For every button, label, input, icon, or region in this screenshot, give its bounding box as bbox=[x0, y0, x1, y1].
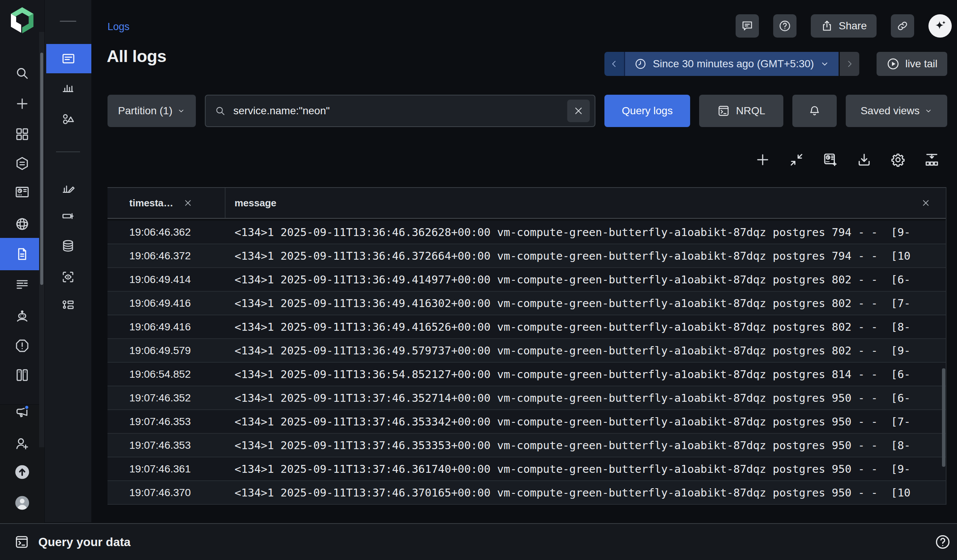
log-row[interactable]: 19:06:49.416<134>1 2025-09-11T13:36:49.4… bbox=[107, 292, 946, 315]
partition-dropdown[interactable]: Partition (1) bbox=[107, 95, 196, 127]
group-columns-icon[interactable] bbox=[924, 152, 940, 168]
log-message: <134>1 2025-09-11T13:37:46.370165+00:00 … bbox=[226, 486, 946, 499]
collapse-icon[interactable] bbox=[789, 152, 804, 168]
close-icon bbox=[573, 105, 584, 117]
log-row[interactable]: 19:06:49.414<134>1 2025-09-11T13:36:49.4… bbox=[107, 268, 946, 292]
timeline-slider-icon[interactable] bbox=[61, 209, 75, 223]
log-row[interactable]: 19:06:49.579<134>1 2025-09-11T13:36:49.5… bbox=[107, 339, 946, 363]
chevron-down-icon bbox=[924, 107, 933, 115]
download-icon[interactable] bbox=[856, 152, 872, 168]
sidebar-collapse-handle[interactable] bbox=[60, 21, 76, 22]
live-tail-button[interactable]: live tail bbox=[876, 52, 947, 76]
alert-bell-button[interactable] bbox=[792, 95, 837, 127]
entities-hexagon-icon[interactable] bbox=[15, 156, 30, 171]
time-picker-row: Since 30 minutes ago (GMT+5:30) live tai… bbox=[605, 52, 947, 76]
traces-lines-icon[interactable] bbox=[15, 277, 30, 292]
remove-message-column-button[interactable] bbox=[921, 198, 931, 208]
log-search-box bbox=[205, 95, 595, 127]
assistant-robot-icon[interactable] bbox=[15, 308, 30, 323]
add-column-icon[interactable] bbox=[755, 152, 771, 168]
footer-help-button[interactable] bbox=[935, 534, 951, 550]
filter-row: Partition (1) Query logs NRQL Saved view… bbox=[107, 95, 947, 127]
apps-grid-icon[interactable] bbox=[15, 127, 30, 142]
help-button[interactable] bbox=[773, 14, 796, 38]
log-row[interactable]: 19:07:46.353<134>1 2025-09-11T13:37:46.3… bbox=[107, 434, 946, 457]
message-column-header[interactable]: message bbox=[226, 188, 946, 218]
saved-views-dropdown[interactable]: Saved views bbox=[846, 95, 947, 127]
time-back-button[interactable] bbox=[605, 52, 625, 76]
database-icon[interactable] bbox=[61, 239, 75, 253]
settings-gear-icon[interactable] bbox=[890, 152, 906, 168]
bell-icon bbox=[808, 104, 821, 117]
log-row[interactable]: 19:06:46.372<134>1 2025-09-11T13:36:46.3… bbox=[107, 244, 946, 268]
help-icon bbox=[779, 19, 791, 32]
chevron-left-icon bbox=[609, 59, 619, 69]
query-logs-button[interactable]: Query logs bbox=[605, 95, 690, 127]
time-range-label: Since 30 minutes ago (GMT+5:30) bbox=[653, 58, 814, 70]
add-icon[interactable] bbox=[15, 96, 30, 111]
share-button[interactable]: Share bbox=[811, 14, 876, 38]
upload-circle-icon[interactable] bbox=[14, 464, 30, 480]
log-timestamp: 19:06:49.414 bbox=[107, 274, 226, 286]
log-message: <134>1 2025-09-11T13:36:54.852127+00:00 … bbox=[226, 368, 946, 381]
log-row[interactable]: 19:07:46.361<134>1 2025-09-11T13:37:46.3… bbox=[107, 457, 946, 481]
breadcrumb[interactable]: Logs bbox=[107, 21, 129, 33]
sidebar-scrollbar-thumb[interactable] bbox=[40, 53, 43, 285]
timestamp-column-header[interactable]: timesta… bbox=[107, 188, 226, 218]
log-message: <134>1 2025-09-11T13:36:49.414977+00:00 … bbox=[226, 273, 946, 286]
message-column-label: message bbox=[235, 197, 276, 209]
nrql-button[interactable]: NRQL bbox=[699, 95, 783, 127]
search-input[interactable] bbox=[233, 104, 561, 117]
log-row[interactable]: 19:06:46.362<134>1 2025-09-11T13:36:46.3… bbox=[107, 221, 946, 244]
play-circle-icon bbox=[886, 57, 900, 71]
feedback-button[interactable] bbox=[736, 14, 759, 38]
new-relic-logo[interactable] bbox=[7, 5, 37, 35]
log-message: <134>1 2025-09-11T13:37:46.353342+00:00 … bbox=[226, 415, 946, 428]
feedback-icon bbox=[741, 19, 754, 32]
share-label: Share bbox=[839, 20, 867, 32]
time-range-picker[interactable]: Since 30 minutes ago (GMT+5:30) bbox=[625, 52, 839, 76]
secondary-sidebar bbox=[44, 0, 92, 522]
livetail-eye-icon[interactable] bbox=[61, 270, 75, 284]
user-avatar[interactable] bbox=[14, 495, 30, 511]
ai-assistant-button[interactable] bbox=[929, 14, 952, 38]
add-to-dashboard-icon[interactable] bbox=[823, 152, 838, 168]
globe-icon[interactable] bbox=[15, 216, 30, 232]
log-timestamp: 19:07:46.352 bbox=[107, 392, 226, 404]
log-row[interactable]: 19:06:54.852<134>1 2025-09-11T13:36:54.8… bbox=[107, 363, 946, 386]
sidebar-item-logs-active[interactable] bbox=[0, 238, 39, 270]
nrql-label: NRQL bbox=[736, 105, 765, 117]
dashboards-icon[interactable] bbox=[15, 185, 30, 200]
pipeline-flow-icon[interactable] bbox=[61, 298, 75, 313]
infrastructure-servers-icon[interactable] bbox=[15, 368, 30, 383]
logs-card-icon bbox=[61, 52, 76, 66]
copy-link-button[interactable] bbox=[891, 14, 914, 38]
help-icon bbox=[935, 534, 951, 550]
search-icon[interactable] bbox=[15, 66, 30, 81]
clock-icon bbox=[634, 57, 647, 70]
log-row[interactable]: 19:07:46.352<134>1 2025-09-11T13:37:46.3… bbox=[107, 386, 946, 410]
alerts-octagon-icon[interactable] bbox=[15, 338, 30, 353]
patterns-shapes-icon[interactable] bbox=[61, 112, 75, 126]
query-bar-label: Query your data bbox=[38, 535, 130, 549]
table-scrollbar-thumb[interactable] bbox=[942, 368, 945, 467]
primary-sidebar bbox=[0, 0, 44, 522]
remove-timestamp-column-button[interactable] bbox=[183, 198, 193, 208]
log-message: <134>1 2025-09-11T13:36:46.362628+00:00 … bbox=[226, 226, 946, 239]
bar-chart-icon[interactable] bbox=[61, 80, 75, 94]
log-row[interactable]: 19:07:46.370<134>1 2025-09-11T13:37:46.3… bbox=[107, 481, 946, 505]
clear-search-button[interactable] bbox=[567, 99, 590, 122]
terminal-icon bbox=[14, 535, 29, 549]
log-timestamp: 19:06:46.372 bbox=[107, 250, 226, 262]
time-forward-button[interactable] bbox=[840, 52, 859, 76]
invite-user-icon[interactable] bbox=[15, 436, 30, 451]
query-bar[interactable]: Query your data bbox=[0, 523, 957, 560]
chart-edit-icon[interactable] bbox=[61, 180, 75, 195]
log-row[interactable]: 19:07:46.353<134>1 2025-09-11T13:37:46.3… bbox=[107, 410, 946, 434]
logs-table: timesta… message 19:06:46.362<134>1 2025… bbox=[107, 187, 946, 505]
secondary-item-logs-active[interactable] bbox=[46, 44, 92, 73]
announcements-megaphone-icon[interactable] bbox=[15, 404, 30, 420]
log-row[interactable]: 19:06:49.416<134>1 2025-09-11T13:36:49.4… bbox=[107, 315, 946, 339]
terminal-icon bbox=[717, 104, 730, 117]
log-message: <134>1 2025-09-11T13:36:49.579737+00:00 … bbox=[226, 344, 946, 357]
